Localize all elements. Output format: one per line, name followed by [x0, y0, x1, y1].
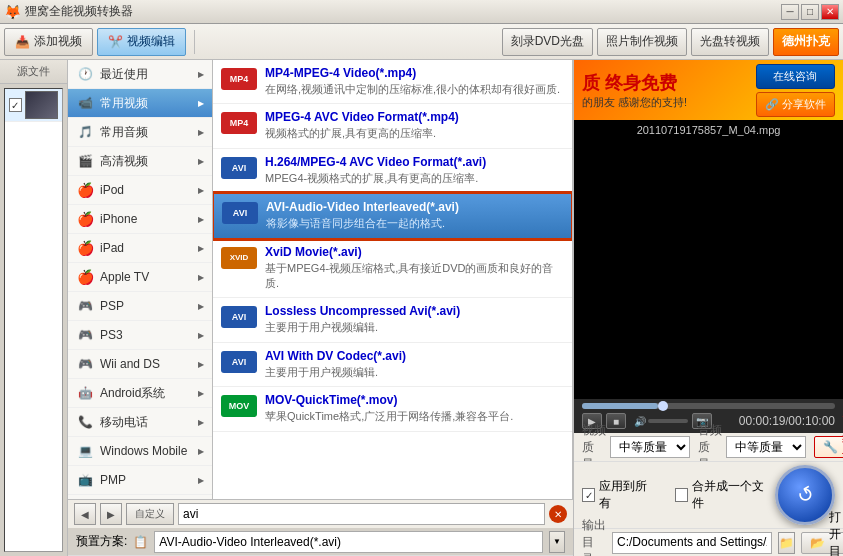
- open-dir-icon: 📂: [810, 536, 825, 550]
- format-mp4-mpeg4[interactable]: MP4 MP4-MPEG-4 Video(*.mp4) 在网络,视频通讯中定制的…: [213, 60, 572, 104]
- format-title-6: Lossless Uncompressed Avi(*.avi): [265, 304, 564, 318]
- video-preview: 20110719175857_M_04.mpg: [574, 120, 843, 399]
- source-thumbnail: [25, 91, 58, 119]
- open-dir-button[interactable]: 📂 打开目录: [801, 532, 843, 554]
- merge-files-checkbox[interactable]: [675, 488, 688, 502]
- dezhou-poker-button[interactable]: 德州扑克: [773, 28, 839, 56]
- format-h264[interactable]: AVI H.264/MPEG-4 AVC Video Format(*.avi)…: [213, 149, 572, 193]
- audio-quality-select[interactable]: 中等质量 高质量 低质量: [726, 436, 806, 458]
- preview-progress-bar[interactable]: [582, 403, 835, 409]
- cat-win-mobile[interactable]: 💻 Windows Mobile ▶: [68, 437, 212, 466]
- search-nav-left[interactable]: ◀: [74, 503, 96, 525]
- format-info-5: XviD Movie(*.avi) 基于MPEG4-视频压缩格式,具有接近DVD…: [265, 245, 564, 292]
- source-checkbox[interactable]: [9, 98, 22, 112]
- format-badge-mp4-2: MP4: [221, 112, 257, 134]
- format-info-8: MOV-QuickTime(*.mov) 苹果QuickTime格式,广泛用于网…: [265, 393, 564, 424]
- search-nav-right[interactable]: ▶: [100, 503, 122, 525]
- cat-ps3[interactable]: 🎮 PS3 ▶: [68, 321, 212, 350]
- format-desc-2: 视频格式的扩展,具有更高的压缩率.: [265, 126, 564, 141]
- ad-buttons: 在线咨询 🔗 分享软件: [756, 64, 835, 117]
- format-info-4: AVI-Audio-Video Interleaved(*.avi) 将影像与语…: [266, 200, 563, 231]
- preset-label: 预置方案:: [76, 533, 127, 550]
- format-badge-avi-4: AVI: [221, 351, 257, 373]
- format-badge-mov: MOV: [221, 395, 257, 417]
- cat-pmp[interactable]: 📺 PMP ▶: [68, 466, 212, 495]
- preview-progress-thumb[interactable]: [658, 401, 668, 411]
- app-window: 🦊 狸窝全能视频转换器 ─ □ ✕ 📥 添加视频 ✂️ 视频编辑 刻录DVD光盘…: [0, 0, 843, 556]
- ad-sub-text: 的朋友 感谢您的支持!: [582, 95, 687, 110]
- format-xvid[interactable]: XVID XviD Movie(*.avi) 基于MPEG4-视频压缩格式,具有…: [213, 239, 572, 299]
- apply-all-item: 应用到所有: [582, 478, 655, 512]
- format-title-7: AVI With DV Codec(*.avi): [265, 349, 564, 363]
- psp-icon: 🎮: [76, 297, 94, 315]
- cat-apple-tv[interactable]: 🍎 Apple TV ▶: [68, 263, 212, 292]
- folder-browse-button[interactable]: 📁: [778, 532, 795, 554]
- close-button[interactable]: ✕: [821, 4, 839, 20]
- cat-ipod[interactable]: 🍎 iPod ▶: [68, 176, 212, 205]
- middle-section: 🕐 最近使用 ▶ 📹 常用视频 ▶ 🎵 常用音频 ▶: [68, 60, 573, 556]
- preset-dropdown[interactable]: ▼: [549, 531, 565, 553]
- format-desc-6: 主要用于用户视频编辑.: [265, 320, 564, 335]
- maximize-button[interactable]: □: [801, 4, 819, 20]
- source-file-area[interactable]: [4, 88, 63, 552]
- preset-bar: 预置方案: 📋 ▼: [68, 528, 573, 556]
- video-quality-select[interactable]: 中等质量 高质量 低质量: [610, 436, 690, 458]
- preview-progress-fill: [582, 403, 658, 409]
- ad-share-button[interactable]: 🔗 分享软件: [756, 92, 835, 117]
- cat-iphone[interactable]: 🍎 iPhone ▶: [68, 205, 212, 234]
- preview-panel: 质 终身免费 的朋友 感谢您的支持! 在线咨询 🔗 分享软件 201107191…: [573, 60, 843, 556]
- add-video-button[interactable]: 📥 添加视频: [4, 28, 93, 56]
- cat-common-audio[interactable]: 🎵 常用音频 ▶: [68, 118, 212, 147]
- cat-android[interactable]: 🤖 Android系统 ▶: [68, 379, 212, 408]
- cat-mobile[interactable]: 📞 移动电话 ▶: [68, 408, 212, 437]
- mobile-icon: 📞: [76, 413, 94, 431]
- format-lossless[interactable]: AVI Lossless Uncompressed Avi(*.avi) 主要用…: [213, 298, 572, 342]
- format-desc-5: 基于MPEG4-视频压缩格式,具有接近DVD的画质和良好的音质.: [265, 261, 564, 292]
- video-edit-icon: ✂️: [108, 35, 123, 49]
- toolbar-separator: [194, 30, 195, 54]
- toolbar: 📥 添加视频 ✂️ 视频编辑 刻录DVD光盘 照片制作视频 光盘转视频 德州扑克: [0, 24, 843, 60]
- disc-convert-button[interactable]: 光盘转视频: [691, 28, 769, 56]
- cat-hd-video[interactable]: 🎬 高清视频 ▶: [68, 147, 212, 176]
- apply-all-checkbox[interactable]: [582, 488, 595, 502]
- format-badge-mp4: MP4: [221, 68, 257, 90]
- wrench-icon: 🔧: [823, 440, 838, 454]
- app-title: 狸窝全能视频转换器: [25, 3, 133, 20]
- format-title-8: MOV-QuickTime(*.mov): [265, 393, 564, 407]
- minimize-button[interactable]: ─: [781, 4, 799, 20]
- logo-area: ↺: [775, 465, 835, 525]
- folder-icon: 📁: [779, 536, 794, 550]
- format-avi-dv[interactable]: AVI AVI With DV Codec(*.avi) 主要用于用户视频编辑.: [213, 343, 572, 387]
- format-mov[interactable]: MOV MOV-QuickTime(*.mov) 苹果QuickTime格式,广…: [213, 387, 572, 431]
- source-item[interactable]: [5, 89, 62, 122]
- common-video-icon: 📹: [76, 94, 94, 112]
- format-title: MP4-MPEG-4 Video(*.mp4): [265, 66, 564, 80]
- burn-dvd-button[interactable]: 刻录DVD光盘: [502, 28, 593, 56]
- cat-recent[interactable]: 🕐 最近使用 ▶: [68, 60, 212, 89]
- cat-ipad[interactable]: 🍎 iPad ▶: [68, 234, 212, 263]
- output-path-input[interactable]: [612, 532, 772, 554]
- advanced-settings-button[interactable]: 🔧 高级设置: [814, 436, 843, 458]
- search-input[interactable]: [178, 503, 545, 525]
- logo-icon: ↺: [792, 480, 819, 509]
- ad-consult-button[interactable]: 在线咨询: [756, 64, 835, 89]
- cat-common-video[interactable]: 📹 常用视频 ▶: [68, 89, 212, 118]
- format-title-3: H.264/MPEG-4 AVC Video Format(*.avi): [265, 155, 564, 169]
- format-title-5: XviD Movie(*.avi): [265, 245, 564, 259]
- format-info-7: AVI With DV Codec(*.avi) 主要用于用户视频编辑.: [265, 349, 564, 380]
- apple-tv-icon: 🍎: [76, 268, 94, 286]
- format-title-2: MPEG-4 AVC Video Format(*.mp4): [265, 110, 564, 124]
- format-mpeg4-avc[interactable]: MP4 MPEG-4 AVC Video Format(*.mp4) 视频格式的…: [213, 104, 572, 148]
- cat-wii-ds[interactable]: 🎮 Wii and DS ▶: [68, 350, 212, 379]
- cat-psp[interactable]: 🎮 PSP ▶: [68, 292, 212, 321]
- format-avi-interleaved[interactable]: AVI AVI-Audio-Video Interleaved(*.avi) 将…: [213, 193, 572, 238]
- pmp-icon: 📺: [76, 471, 94, 489]
- format-info-6: Lossless Uncompressed Avi(*.avi) 主要用于用户视…: [265, 304, 564, 335]
- android-icon: 🤖: [76, 384, 94, 402]
- video-edit-button[interactable]: ✂️ 视频编辑: [97, 28, 186, 56]
- format-desc: 在网络,视频通讯中定制的压缩标准,很小的体积却有很好画质.: [265, 82, 564, 97]
- customize-button[interactable]: 自定义: [126, 503, 174, 525]
- search-clear-button[interactable]: ✕: [549, 505, 567, 523]
- photo-video-button[interactable]: 照片制作视频: [597, 28, 687, 56]
- preset-input[interactable]: [154, 531, 543, 553]
